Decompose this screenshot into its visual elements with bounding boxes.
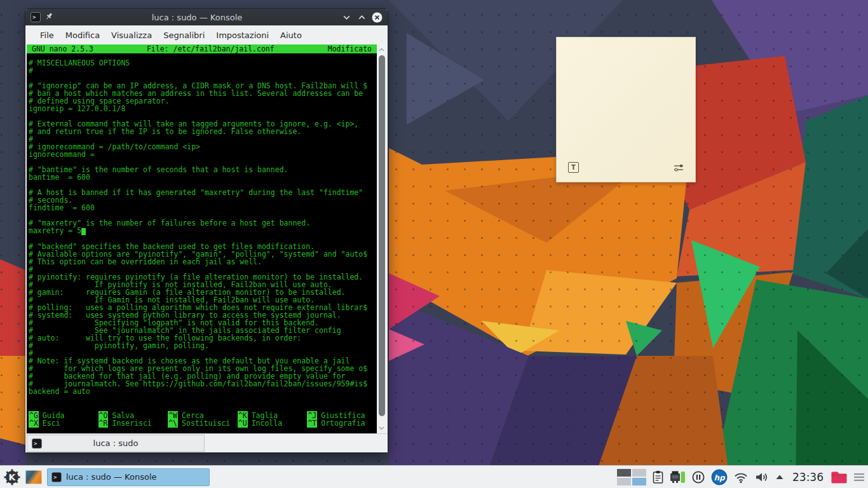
nano-filename: File: /etc/fail2ban/jail.conf (93, 44, 328, 53)
shortcut-replace[interactable]: ^\Sostituisci (168, 419, 238, 427)
taskbar: K > luca : sudo — Konsole (0, 465, 868, 488)
terminal-text-after-cursor: # "backend" specifies the backend used t… (29, 242, 367, 396)
clipboard-icon[interactable] (652, 470, 664, 484)
konsole-window-icon: > (31, 12, 41, 22)
nano-modified-flag: Modificato (328, 44, 372, 53)
clock[interactable]: 23:36 (792, 471, 824, 484)
sticky-note-toolbar: T (557, 162, 695, 182)
scrollbar-handle[interactable] (379, 55, 385, 416)
panel-menu-icon[interactable] (853, 473, 865, 482)
note-format-text-icon[interactable]: T (568, 162, 579, 173)
menu-item-visualizza[interactable]: Visualizza (105, 29, 158, 42)
shortcut-help[interactable]: ^GGuida (29, 412, 98, 419)
minimize-button[interactable] (341, 11, 352, 23)
nano-shortcut-bar: ^GGuida ^OSalva ^WCerca ^KTaglia ^JGiust… (27, 412, 377, 433)
desktop-preview-icon[interactable] (25, 470, 42, 484)
close-button[interactable] (371, 11, 383, 23)
terminal-text-before-cursor: # MISCELLANEOUS OPTIONS # # "ignoreip" c… (29, 58, 367, 235)
konsole-task-icon: > (51, 472, 62, 482)
terminal-area[interactable]: GNU nano 2.5.3 File: /etc/fail2ban/jail.… (27, 44, 377, 433)
konsole-window: > luca : sudo — Konsole (25, 9, 388, 452)
menu-item-modifica[interactable]: Modifica (60, 29, 105, 42)
svg-text:K: K (9, 472, 17, 482)
virtual-desktop-pager[interactable] (617, 469, 646, 485)
desktop: T > luca : sudo — Konsole (0, 0, 868, 488)
hp-printer-icon[interactable]: hp (711, 469, 728, 485)
wifi-icon[interactable] (733, 471, 749, 484)
system-tray: hp 23:36 (617, 469, 865, 485)
nano-version: GNU nano 2.5.3 (32, 44, 93, 53)
nano-header: GNU nano 2.5.3 File: /etc/fail2ban/jail.… (27, 44, 377, 53)
svg-text:hp: hp (714, 473, 726, 482)
scroll-up-arrow-icon[interactable] (377, 45, 386, 54)
tray-expand-arrow-icon[interactable] (775, 474, 784, 480)
menu-item-file[interactable]: File (34, 29, 60, 42)
tab-bar: > luca : sudo (25, 433, 388, 452)
nano-editor-text[interactable]: # MISCELLANEOUS OPTIONS # # "ignoreip" c… (27, 53, 377, 412)
sticky-note-text-area[interactable] (557, 37, 695, 162)
volume-icon[interactable] (754, 471, 770, 484)
note-settings-icon[interactable] (674, 164, 684, 172)
text-cursor (81, 228, 86, 235)
menu-bar: File Modifica Visualizza Segnalibri Impo… (25, 25, 388, 44)
shortcut-spell[interactable]: ^TOrtografia (307, 419, 377, 427)
maximize-button[interactable] (356, 11, 367, 23)
app-launcher-button[interactable]: K (3, 468, 21, 486)
tab-label: luca : sudo (27, 438, 204, 448)
terminal-scrollbar[interactable] (377, 44, 386, 433)
shortcut-paste[interactable]: ^UIncolla (238, 419, 308, 427)
window-titlebar[interactable]: > luca : sudo — Konsole (25, 9, 388, 25)
scroll-down-arrow-icon[interactable] (377, 424, 386, 433)
shortcut-insert[interactable]: ^RInserisci (98, 419, 168, 427)
taskbar-task-konsole[interactable]: > luca : sudo — Konsole (47, 468, 210, 486)
printer-device-icon[interactable] (670, 470, 686, 484)
task-label: luca : sudo — Konsole (66, 472, 157, 482)
window-title: luca : sudo — Konsole (57, 13, 337, 22)
menu-item-aiuto[interactable]: Aiuto (275, 29, 308, 42)
menu-item-segnalibri[interactable]: Segnalibri (158, 29, 210, 42)
menu-item-impostazioni[interactable]: Impostazioni (210, 29, 275, 42)
folder-icon[interactable] (831, 470, 848, 484)
pin-icon[interactable] (44, 11, 53, 24)
tab-luca-sudo[interactable]: > luca : sudo (27, 435, 205, 452)
pause-icon[interactable] (691, 470, 705, 484)
shortcut-exit[interactable]: ^XEsci (29, 419, 98, 427)
sticky-note-widget[interactable]: T (556, 37, 696, 182)
